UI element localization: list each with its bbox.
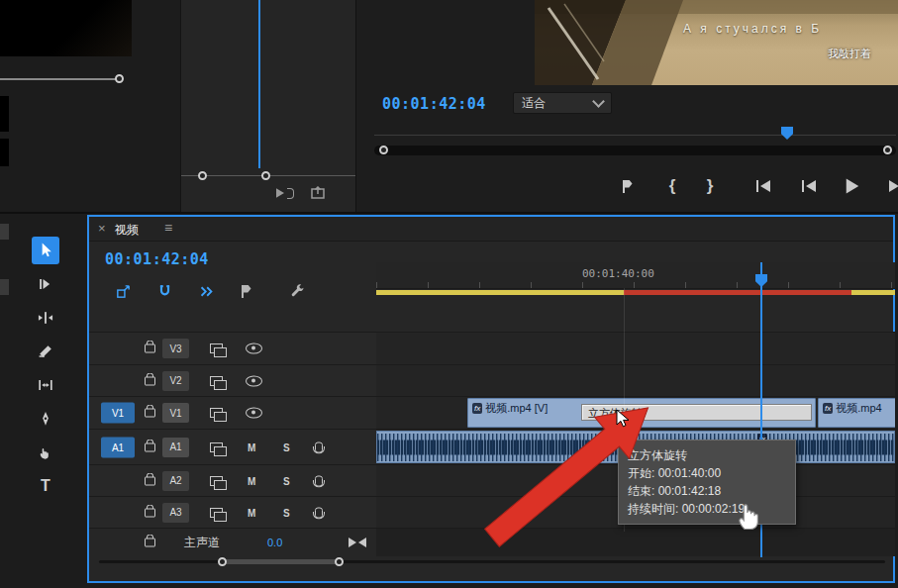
type-tool-label: T xyxy=(41,477,50,495)
timeline-timecode[interactable]: 00:01:42:04 xyxy=(105,250,209,268)
mute-button[interactable]: M xyxy=(248,441,255,452)
tool-type[interactable]: T xyxy=(32,472,59,500)
program-mini-timeline[interactable] xyxy=(374,135,896,136)
sync-lock-button[interactable] xyxy=(210,408,223,418)
voiceover-record-button[interactable] xyxy=(315,475,323,486)
track-header-v1: V1 V1 xyxy=(89,396,376,429)
track-lock-button[interactable] xyxy=(145,442,155,451)
step-forward-button[interactable] xyxy=(881,174,898,198)
source-patch-a1[interactable]: A1 xyxy=(101,437,135,457)
program-playhead-handle[interactable] xyxy=(781,127,793,140)
solo-button[interactable]: S xyxy=(283,507,290,518)
zoom-level-select[interactable]: 适合 xyxy=(513,92,612,114)
tool-razor[interactable] xyxy=(32,338,59,365)
voiceover-record-button[interactable] xyxy=(315,507,323,518)
tab-video[interactable]: 视频 xyxy=(115,222,139,239)
go-to-in-button[interactable] xyxy=(748,174,778,198)
thumbnail-slider-handle[interactable] xyxy=(115,74,124,83)
program-scrollbar-handle-left[interactable] xyxy=(379,146,388,154)
track-lock-button[interactable] xyxy=(145,409,155,418)
tool-track-select-forward[interactable] xyxy=(32,270,59,298)
lock-icon xyxy=(145,508,155,517)
panel-menu-icon[interactable]: ≡ xyxy=(164,220,172,236)
lock-icon xyxy=(145,409,155,418)
track-lock-button[interactable] xyxy=(145,508,155,517)
track-lock-button[interactable] xyxy=(145,344,155,353)
lock-icon xyxy=(145,344,155,353)
toggle-track-output-button[interactable] xyxy=(246,375,262,386)
timeline-scrollbar-segment[interactable] xyxy=(222,559,339,564)
mark-in-button[interactable]: { xyxy=(657,174,687,198)
timeline-add-marker-button[interactable] xyxy=(234,280,257,302)
solo-button[interactable]: S xyxy=(283,441,290,452)
sync-lock-button[interactable] xyxy=(210,442,223,452)
timeline-panel-header: × 视频 ≡ xyxy=(89,217,893,242)
step-back-button[interactable] xyxy=(794,174,824,198)
tool-ripple-edit[interactable] xyxy=(32,304,59,332)
tool-slip[interactable] xyxy=(32,371,59,399)
track-header-a2: A2 M S xyxy=(89,464,376,496)
program-subtitle-chinese: 我敲打着 xyxy=(828,47,871,61)
track-target-a3[interactable]: A3 xyxy=(162,503,189,523)
solo-button[interactable]: S xyxy=(283,475,290,486)
effect-zoom-handle-right[interactable] xyxy=(261,171,270,180)
timeline-settings-button[interactable] xyxy=(285,280,309,302)
toggle-track-output-button[interactable] xyxy=(246,408,262,419)
ruler-time-label: 00:01:40:00 xyxy=(582,267,654,280)
eye-icon xyxy=(246,343,262,354)
voiceover-record-button[interactable] xyxy=(315,441,323,452)
track-target-a2[interactable]: A2 xyxy=(162,471,189,491)
mark-out-button[interactable]: } xyxy=(695,174,725,198)
step-back-triangle-icon xyxy=(806,180,816,192)
play-around-icon[interactable] xyxy=(275,187,294,199)
close-panel-button[interactable]: × xyxy=(98,221,106,236)
track-lock-button[interactable] xyxy=(145,539,155,547)
mute-button[interactable]: M xyxy=(248,475,255,486)
sync-lock-button[interactable] xyxy=(210,376,223,386)
sync-lock-button[interactable] xyxy=(210,508,223,518)
track-target-v3[interactable]: V3 xyxy=(162,339,189,358)
master-level-value[interactable]: 0.0 xyxy=(267,537,282,548)
add-marker-button[interactable] xyxy=(612,174,642,198)
tool-selection[interactable] xyxy=(32,237,59,264)
pan-fader-icon[interactable] xyxy=(349,537,366,548)
track-header-v3: V3 xyxy=(89,332,376,364)
toggle-track-output-button[interactable] xyxy=(246,343,262,354)
effect-zoom-handle-left[interactable] xyxy=(198,171,207,180)
clip-thumbnail xyxy=(0,0,132,56)
lock-icon xyxy=(145,539,155,547)
play-button[interactable] xyxy=(838,174,867,198)
linked-selection-button[interactable] xyxy=(194,280,218,302)
sync-lock-button[interactable] xyxy=(210,343,223,353)
export-frame-icon[interactable] xyxy=(311,186,325,202)
program-timecode[interactable]: 00:01:42:04 xyxy=(382,95,486,113)
mute-button[interactable]: M xyxy=(248,507,255,518)
track-v3-content[interactable] xyxy=(376,332,895,364)
effect-controls-panel xyxy=(180,0,357,213)
track-target-a1[interactable]: A1 xyxy=(162,438,189,457)
sync-lock-button[interactable] xyxy=(210,476,223,486)
snap-button[interactable] xyxy=(152,280,176,302)
effect-playhead[interactable] xyxy=(258,0,260,168)
track-target-v1[interactable]: V1 xyxy=(162,403,189,423)
timeline-ruler[interactable]: 00:01:40:00 xyxy=(376,262,895,289)
play-icon xyxy=(847,179,859,194)
sync-lock-icon xyxy=(210,508,223,518)
tool-pen[interactable] xyxy=(32,405,59,433)
left-arrow-icon xyxy=(760,180,770,192)
thumbnail-slider-track[interactable] xyxy=(0,78,117,80)
program-scrollbar-handle-right[interactable] xyxy=(883,146,892,154)
work-area-bar[interactable] xyxy=(376,290,895,295)
panel-edge-item xyxy=(0,224,9,240)
insert-sequence-button[interactable] xyxy=(111,280,135,302)
video-clip-2[interactable]: fx 视频.mp4 xyxy=(818,398,895,428)
go-to-in-icon xyxy=(756,180,758,192)
timeline-zoom-handle-right[interactable] xyxy=(335,557,344,566)
program-scrollbar-track[interactable] xyxy=(374,146,896,155)
track-target-v2[interactable]: V2 xyxy=(162,371,189,391)
track-lock-button[interactable] xyxy=(145,476,155,485)
source-patch-v1[interactable]: V1 xyxy=(101,403,135,424)
tool-hand[interactable] xyxy=(32,439,59,466)
track-lock-button[interactable] xyxy=(145,376,155,385)
timeline-zoom-handle-left[interactable] xyxy=(218,557,227,566)
